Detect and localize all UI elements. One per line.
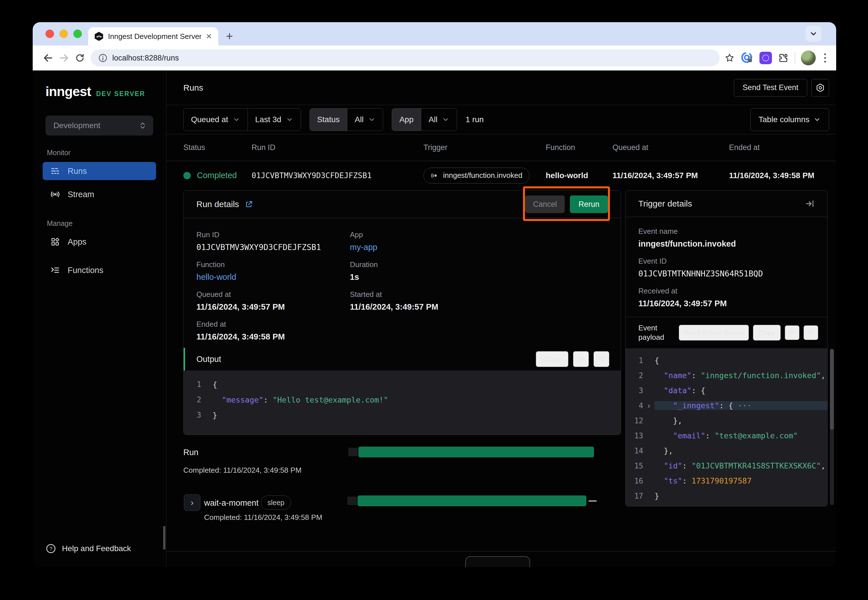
trigger-pill[interactable]: inngest/function.invoked bbox=[423, 168, 530, 183]
url-text: localhost:8288/runs bbox=[112, 54, 179, 62]
step-timeline-bar[interactable] bbox=[358, 495, 586, 506]
step-expander-button[interactable]: › bbox=[184, 494, 200, 511]
time-range-dropdown[interactable]: Last 3d bbox=[247, 109, 301, 131]
payload-copy-button[interactable]: Copy bbox=[753, 325, 781, 341]
browser-extension-button[interactable] bbox=[759, 52, 772, 64]
collapse-panel-icon[interactable] bbox=[805, 199, 815, 209]
code-text: } bbox=[212, 411, 621, 420]
code-text: "name": "inngest/function.invoked", bbox=[654, 371, 827, 380]
table-row[interactable]: Completed 01JCVBTMV3WXY9D3CFDEJFZSB1 inn… bbox=[166, 161, 836, 190]
tab-title: Inngest Development Server bbox=[108, 32, 201, 41]
reload-button[interactable] bbox=[72, 50, 88, 66]
profile-avatar[interactable] bbox=[801, 51, 816, 65]
event-payload-title: Event payload bbox=[638, 323, 675, 342]
table-columns-button[interactable]: Table columns bbox=[750, 108, 829, 131]
sidebar-item-label: Functions bbox=[68, 266, 103, 275]
code-line: 15 "id": "01JCVBTMTKR41S8STTKEXSKX6C", bbox=[625, 458, 827, 473]
word-wrap-button[interactable] bbox=[573, 351, 589, 367]
time-range-value: Last 3d bbox=[255, 115, 281, 124]
send-to-dev-server-button[interactable]: Send to Dev Server bbox=[679, 325, 749, 341]
dev-server-badge: DEV SERVER bbox=[96, 90, 145, 98]
step-queue-tick bbox=[348, 497, 357, 505]
column-header: Ended at bbox=[729, 143, 836, 152]
payload-word-wrap-button[interactable] bbox=[785, 325, 800, 340]
run-timeline-bar[interactable] bbox=[358, 447, 594, 458]
field-ended-at: Ended at 11/16/2024, 3:49:58 PM bbox=[196, 320, 285, 341]
time-field-dropdown[interactable]: Queued at bbox=[184, 109, 247, 131]
extension-glyph-icon bbox=[762, 55, 769, 61]
column-header: Queued at bbox=[613, 143, 729, 152]
tab-search-chevron-button[interactable] bbox=[806, 26, 821, 42]
status-filter-value: All bbox=[355, 115, 364, 124]
browser-menu-button[interactable] bbox=[821, 53, 829, 62]
rerun-button[interactable]: Rerun bbox=[570, 195, 608, 213]
time-field-value: Queued at bbox=[191, 115, 228, 124]
status-filter-dropdown[interactable]: All bbox=[347, 109, 383, 131]
line-number: 16 bbox=[625, 477, 643, 485]
step-name: wait-a-moment bbox=[204, 498, 259, 508]
function-link[interactable]: hello-world bbox=[196, 273, 236, 282]
collapse-chevron-icon[interactable]: › bbox=[643, 401, 654, 410]
send-test-event-button[interactable]: Send Test Event bbox=[734, 79, 807, 97]
sidebar-item-label: Runs bbox=[68, 167, 87, 176]
line-number: 3 bbox=[184, 411, 201, 419]
output-copy-button[interactable]: Copy bbox=[536, 351, 568, 367]
sidebar-item-stream[interactable]: Stream bbox=[42, 185, 156, 203]
minimize-window-button[interactable] bbox=[59, 30, 68, 38]
code-line: 2 "name": "inngest/function.invoked", bbox=[625, 368, 827, 383]
help-and-feedback-button[interactable]: ? Help and Feedback bbox=[46, 543, 131, 554]
app-filter-dropdown[interactable]: All bbox=[421, 109, 457, 131]
cropped-bottom-button[interactable] bbox=[465, 556, 530, 567]
run-details-panel: Run details Cancel Rerun Run ID 01JCVBTM… bbox=[183, 190, 621, 435]
close-tab-icon[interactable]: ✕ bbox=[206, 32, 212, 41]
cancel-button[interactable]: Cancel bbox=[525, 195, 565, 213]
external-link-icon[interactable] bbox=[245, 200, 253, 209]
run-details-title: Run details bbox=[196, 199, 239, 209]
browser-toolbar: localhost:8288/runs bbox=[33, 45, 836, 70]
scroll-to-bottom-button[interactable] bbox=[593, 351, 609, 367]
section-label-manage: Manage bbox=[47, 219, 166, 227]
back-button[interactable] bbox=[40, 50, 56, 66]
payload-scrollbar-thumb[interactable] bbox=[830, 349, 834, 430]
code-line: 13 "email": "test@example.com" bbox=[625, 428, 827, 443]
maximize-window-button[interactable] bbox=[73, 30, 82, 38]
line-number: 1 bbox=[184, 380, 201, 389]
payload-scroll-bottom-button[interactable] bbox=[803, 325, 818, 340]
line-number: 2 bbox=[184, 395, 201, 404]
environment-select[interactable]: Development bbox=[46, 116, 153, 135]
gear-icon bbox=[815, 83, 825, 92]
password-lock-icon bbox=[741, 52, 754, 65]
bottom-divider bbox=[166, 551, 836, 552]
inngest-logo: inngest bbox=[46, 83, 91, 99]
code-text: } bbox=[654, 491, 827, 500]
sidebar-scrollbar-thumb[interactable] bbox=[163, 526, 165, 549]
payload-scrollbar[interactable] bbox=[830, 349, 834, 505]
chevron-down-icon bbox=[813, 116, 821, 123]
sidebar-item-functions[interactable]: Functions bbox=[42, 261, 156, 279]
browser-tab[interactable]: Inngest Development Server ✕ bbox=[88, 27, 218, 45]
app-filter-label: App bbox=[392, 109, 421, 131]
help-circle-icon: ? bbox=[46, 543, 56, 554]
column-header: Trigger bbox=[423, 143, 546, 152]
new-tab-button[interactable]: + bbox=[226, 30, 233, 43]
inngest-favicon-icon bbox=[94, 32, 103, 41]
code-line: 14 }, bbox=[625, 443, 827, 458]
chevron-up-down-icon bbox=[138, 121, 147, 130]
code-text: "_inngest": { ··· bbox=[654, 401, 827, 410]
address-bar[interactable]: localhost:8288/runs bbox=[91, 49, 720, 67]
close-window-button[interactable] bbox=[46, 30, 54, 38]
row-queued-at: 11/16/2024, 3:49:57 PM bbox=[613, 171, 729, 180]
code-line: 1{ bbox=[625, 353, 827, 368]
forward-button[interactable] bbox=[56, 50, 72, 66]
sidebar-item-apps[interactable]: Apps bbox=[42, 233, 156, 251]
bookmark-star-button[interactable] bbox=[724, 53, 735, 64]
password-manager-extension-button[interactable] bbox=[741, 52, 754, 65]
extensions-menu-button[interactable] bbox=[778, 52, 789, 64]
stream-icon bbox=[50, 189, 60, 199]
sidebar-item-runs[interactable]: Runs bbox=[42, 162, 156, 180]
site-info-icon[interactable] bbox=[98, 53, 108, 63]
app-filter: App All bbox=[392, 108, 457, 131]
settings-button[interactable] bbox=[812, 79, 829, 97]
scroll-down-icon bbox=[807, 329, 815, 336]
app-link[interactable]: my-app bbox=[350, 242, 378, 252]
